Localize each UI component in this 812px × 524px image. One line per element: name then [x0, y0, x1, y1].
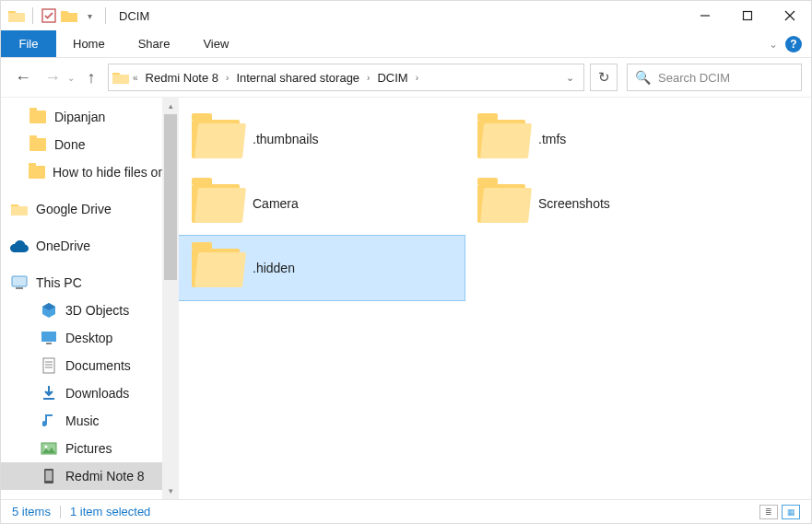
- qat-dropdown-icon[interactable]: ▾: [81, 7, 98, 24]
- search-input[interactable]: 🔍 Search DCIM: [627, 64, 802, 91]
- back-button[interactable]: ←: [10, 64, 36, 90]
- folder-item[interactable]: .tmfs: [465, 107, 750, 171]
- spacer: [149, 1, 684, 30]
- sidebar-wrap: DipanjanDoneHow to hide files on...Googl…: [1, 98, 179, 499]
- folder-icon: [192, 120, 240, 158]
- crumb-2[interactable]: DCIM: [373, 71, 411, 85]
- folder-item[interactable]: .hidden: [179, 236, 465, 300]
- sidebar-item-redmi-note-8[interactable]: Redmi Note 8: [1, 462, 162, 490]
- tab-file[interactable]: File: [1, 30, 56, 57]
- folder-label: Camera: [253, 196, 299, 211]
- separator: [32, 7, 33, 24]
- scroll-up-icon[interactable]: ▴: [162, 98, 179, 114]
- tab-share[interactable]: Share: [122, 30, 187, 57]
- sidebar-item-label: Pictures: [65, 441, 112, 456]
- sidebar-item-label: Desktop: [65, 331, 112, 345]
- sidebar-item-label: Redmi Note 8: [65, 469, 145, 483]
- tab-home[interactable]: Home: [56, 30, 122, 57]
- up-button[interactable]: ↑: [78, 64, 104, 90]
- view-toggle: ≣ ▦: [759, 505, 800, 519]
- help-button[interactable]: ?: [785, 36, 802, 52]
- collapse-ribbon-icon[interactable]: ⌄: [769, 38, 778, 51]
- gdrive-icon: [10, 201, 29, 217]
- sidebar-item-dipanjan[interactable]: Dipanjan: [1, 103, 162, 131]
- ribbon-right: ⌄ ?: [769, 30, 811, 57]
- breadcrumb[interactable]: « Redmi Note 8 › Internal shared storage…: [108, 64, 584, 91]
- history-dropdown[interactable]: ⌄: [67, 73, 75, 83]
- folder-icon: [477, 120, 525, 158]
- sidebar-item-label: Documents: [65, 358, 131, 373]
- folder-label: Screenshots: [538, 196, 610, 211]
- sidebar-item-label: Done: [54, 137, 85, 152]
- sidebar-item-label: OneDrive: [36, 239, 90, 253]
- sidebar-item-label: Downloads: [65, 386, 129, 401]
- titlebar: ▾ DCIM: [1, 1, 811, 30]
- chevron-right-icon[interactable]: ›: [365, 73, 371, 83]
- svg-rect-7: [41, 332, 56, 342]
- folder-icon: [8, 7, 25, 24]
- sidebar-item-music[interactable]: Music: [1, 407, 162, 435]
- sidebar-item-label: This PC: [36, 275, 82, 290]
- sidebar-item-downloads[interactable]: Downloads: [1, 379, 162, 407]
- folder-icon: [29, 164, 45, 180]
- chevron-left-icon[interactable]: «: [131, 73, 140, 83]
- sidebar-item-google-drive[interactable]: Google Drive: [1, 195, 162, 223]
- address-dropdown-icon[interactable]: ⌄: [560, 72, 580, 84]
- sidebar-item-documents[interactable]: Documents: [1, 352, 162, 379]
- sidebar-item-pictures[interactable]: Pictures: [1, 435, 162, 462]
- nav-tree[interactable]: DipanjanDoneHow to hide files on...Googl…: [1, 98, 162, 499]
- properties-icon[interactable]: [41, 7, 57, 24]
- quick-access-toolbar: ▾ DCIM: [1, 1, 149, 30]
- sidebar-item-label: Dipanjan: [54, 110, 105, 124]
- minimize-button[interactable]: [684, 1, 726, 30]
- desktop-icon: [40, 330, 58, 346]
- downloads-icon: [40, 385, 58, 402]
- sidebar-item-this-pc[interactable]: This PC: [1, 269, 162, 297]
- tab-view[interactable]: View: [186, 30, 245, 57]
- address-row: ← → ⌄ ↑ « Redmi Note 8 › Internal shared…: [1, 58, 811, 97]
- spacer: [245, 30, 769, 57]
- crumb-0[interactable]: Redmi Note 8: [142, 71, 222, 85]
- sidebar-item-label: Music: [65, 413, 100, 428]
- svg-rect-13: [43, 398, 54, 400]
- item-count: 5 items: [12, 505, 51, 518]
- folder-item[interactable]: Screenshots: [465, 171, 750, 236]
- window-title: DCIM: [119, 9, 149, 23]
- sidebar-item-label: Google Drive: [36, 202, 112, 216]
- chevron-right-icon[interactable]: ›: [224, 73, 230, 83]
- crumb-1[interactable]: Internal shared storage: [232, 71, 363, 85]
- 3d-icon: [40, 302, 58, 319]
- folder-icon: [477, 184, 525, 223]
- status-bar: 5 items 1 item selected ≣ ▦: [1, 499, 811, 523]
- chevron-right-icon[interactable]: ›: [414, 73, 420, 83]
- folder-item[interactable]: Camera: [179, 171, 465, 236]
- selection-count: 1 item selected: [70, 505, 150, 518]
- sidebar-item-done[interactable]: Done: [1, 131, 162, 158]
- music-icon: [40, 413, 58, 429]
- scroll-thumb[interactable]: [164, 114, 177, 280]
- sidebar-item-how-to-hide-files-on-[interactable]: How to hide files on...: [1, 158, 162, 186]
- new-folder-icon[interactable]: [61, 7, 77, 24]
- svg-point-15: [45, 446, 48, 448]
- scroll-down-icon[interactable]: ▾: [162, 483, 179, 499]
- folder-label: .hidden: [253, 261, 295, 275]
- search-icon: 🔍: [635, 70, 651, 85]
- content-pane[interactable]: .thumbnails.tmfsCameraScreenshots.hidden: [179, 98, 811, 499]
- sidebar-item-desktop[interactable]: Desktop: [1, 324, 162, 352]
- folder-item[interactable]: .thumbnails: [179, 107, 465, 171]
- sidebar-item-3d-objects[interactable]: 3D Objects: [1, 297, 162, 324]
- sidebar-scrollbar[interactable]: ▴ ▾: [162, 98, 179, 499]
- maximize-button[interactable]: [726, 1, 769, 30]
- icons-view-button[interactable]: ▦: [782, 505, 800, 519]
- main: DipanjanDoneHow to hide files on...Googl…: [1, 97, 811, 499]
- refresh-button[interactable]: ↻: [590, 64, 618, 91]
- close-button[interactable]: [769, 1, 811, 30]
- folder-icon: [112, 70, 129, 85]
- forward-button[interactable]: →: [40, 64, 65, 90]
- pictures-icon: [40, 440, 58, 457]
- sidebar-item-onedrive[interactable]: OneDrive: [1, 232, 162, 260]
- folder-icon: [192, 249, 240, 287]
- details-view-button[interactable]: ≣: [759, 505, 778, 519]
- documents-icon: [40, 357, 58, 374]
- sidebar-item-label: How to hide files on...: [53, 165, 162, 180]
